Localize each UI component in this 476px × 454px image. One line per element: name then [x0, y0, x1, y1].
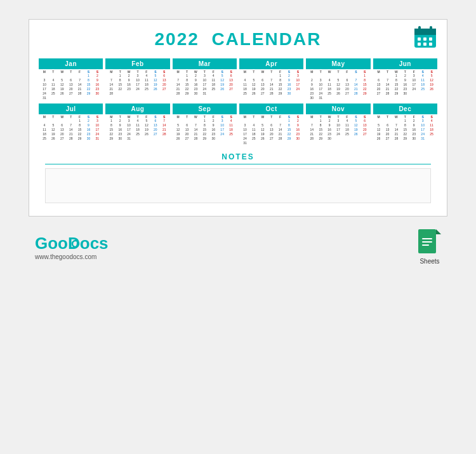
- day-cell: 14: [267, 83, 276, 87]
- calendar-card: 2022 CALENDAR JanMTWTFSS12345678: [29, 19, 447, 217]
- day-cell: 12: [151, 78, 160, 83]
- day-cell: 24: [93, 132, 102, 137]
- month-header-apr: Apr: [239, 58, 303, 69]
- day-cell: 17: [124, 128, 133, 132]
- day-cell: 8: [316, 123, 325, 128]
- day-cell: 25: [40, 137, 49, 141]
- day-cell: 14: [276, 128, 285, 132]
- day-cell: 23: [400, 87, 409, 91]
- day-cell: 11: [241, 83, 249, 87]
- day-cell: 15: [200, 128, 209, 132]
- day-cell: 3: [241, 123, 249, 128]
- week-row: 567891011: [374, 123, 436, 128]
- day-cell: [293, 141, 302, 145]
- day-cell: 17: [218, 128, 227, 132]
- day-cell: 20: [183, 132, 192, 137]
- day-cell: 12: [352, 123, 360, 128]
- week-row: 78910111213: [107, 78, 168, 83]
- day-cell: 31: [241, 141, 249, 145]
- day-cell: 16: [116, 128, 124, 132]
- day-cell: 16: [293, 128, 302, 132]
- day-cell: [67, 74, 76, 78]
- month-days-jan: MTWTFSS123456789101112131415161718192021…: [39, 69, 103, 101]
- day-cell: 10: [409, 78, 418, 83]
- day-cell: 21: [267, 87, 276, 91]
- day-cell: 22: [316, 132, 325, 137]
- day-cell: 9: [84, 123, 93, 128]
- day-cell: [40, 119, 49, 123]
- day-cell: [40, 74, 49, 78]
- day-cell: [409, 91, 418, 96]
- day-cell: 5: [249, 78, 258, 83]
- day-cell: 21: [174, 87, 183, 91]
- day-cell: [352, 96, 360, 100]
- day-cell: 19: [374, 132, 383, 137]
- day-cell: 25: [133, 132, 142, 137]
- day-cell: 26: [218, 87, 227, 91]
- day-cell: 26: [258, 137, 267, 141]
- day-cell: 2: [93, 74, 102, 78]
- day-cell: 8: [183, 78, 192, 83]
- day-cell: 12: [58, 83, 67, 87]
- week-row: 17181920212223: [40, 87, 102, 91]
- brand-right: Sheets: [418, 229, 441, 265]
- day-cell: 3: [334, 119, 343, 123]
- day-cell: 4: [40, 123, 49, 128]
- day-cell: 30: [400, 91, 409, 96]
- day-cell: 20: [267, 132, 276, 137]
- week-row: 293031: [107, 137, 168, 141]
- day-cell: [293, 91, 302, 96]
- day-cell: 14: [383, 83, 392, 87]
- day-cell: 12: [49, 128, 58, 132]
- week-row: 9101112131415: [307, 83, 369, 87]
- day-cell: 27: [183, 137, 192, 141]
- day-cell: [258, 119, 267, 123]
- day-cell: 3: [293, 74, 302, 78]
- week-row: 19202122232425: [174, 132, 235, 137]
- day-cell: 15: [316, 128, 325, 132]
- day-cell: 7: [392, 123, 400, 128]
- day-cell: 7: [160, 119, 169, 123]
- day-cell: 16: [209, 128, 218, 132]
- day-cell: 15: [116, 83, 124, 87]
- week-row: 11121314151617: [241, 83, 302, 87]
- brand-ocs: ocs: [80, 234, 109, 253]
- day-cell: 30: [293, 137, 302, 141]
- month-days-sep: MTWTFSS123456789101112131415161718192021…: [173, 114, 237, 142]
- notes-area[interactable]: [45, 168, 431, 203]
- day-cell: [174, 119, 183, 123]
- day-cell: [307, 119, 316, 123]
- day-cell: [183, 119, 192, 123]
- day-cell: 12: [174, 128, 183, 132]
- day-cell: 4: [427, 119, 436, 123]
- day-cell: 6: [227, 74, 235, 78]
- day-cell: 6: [374, 78, 383, 83]
- day-cell: 14: [107, 83, 116, 87]
- day-cell: 25: [325, 91, 334, 96]
- day-cell: 1: [360, 74, 369, 78]
- day-cell: 12: [218, 78, 227, 83]
- day-cell: 2: [116, 119, 124, 123]
- week-row: 45678910: [241, 78, 302, 83]
- day-cell: [174, 74, 183, 78]
- day-cell: 10: [218, 123, 227, 128]
- week-row: 17181920212223: [241, 132, 302, 137]
- day-cell: 1: [200, 119, 209, 123]
- day-cell: 15: [285, 128, 294, 132]
- day-cell: 19: [174, 132, 183, 137]
- day-cell: 29: [316, 137, 325, 141]
- day-cell: 8: [360, 78, 369, 83]
- day-cell: 18: [209, 83, 218, 87]
- day-cell: 26: [58, 91, 67, 96]
- day-cell: 25: [249, 137, 258, 141]
- day-cell: 2: [400, 74, 409, 78]
- day-cell: 15: [392, 83, 400, 87]
- day-cell: 17: [200, 83, 209, 87]
- week-row: 123: [40, 119, 102, 123]
- day-cell: 6: [360, 119, 369, 123]
- month-block-jul: JulMTWTFSS123456789101112131415161718192…: [39, 103, 103, 146]
- day-cell: [392, 119, 400, 123]
- day-cell: 25: [427, 132, 436, 137]
- week-row: 78910111213: [307, 123, 369, 128]
- month-days-oct: MTWTFSS123456789101112131415161718192021…: [239, 114, 303, 146]
